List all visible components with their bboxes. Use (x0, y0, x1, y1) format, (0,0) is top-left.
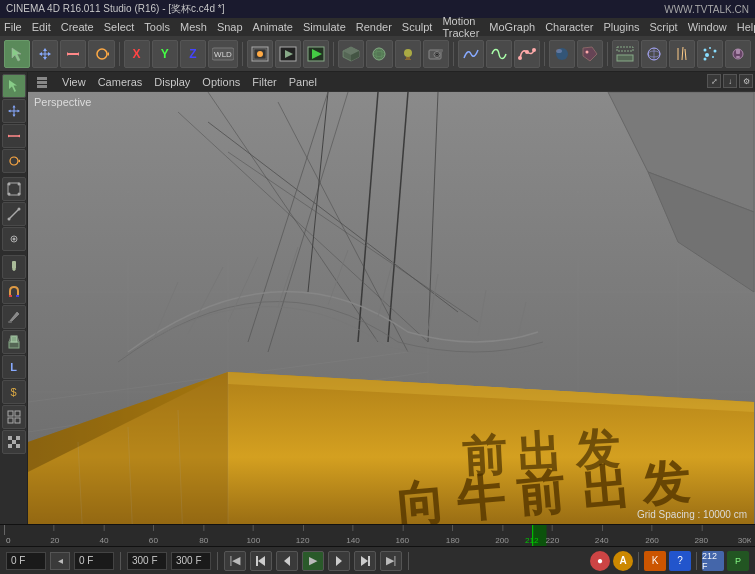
svg-point-30 (556, 49, 562, 53)
render-btn[interactable] (303, 40, 329, 68)
autokey-btn[interactable]: A (613, 551, 633, 571)
goto-start-btn[interactable]: |◀ (224, 551, 246, 571)
tag-btn[interactable] (577, 40, 603, 68)
left-brush-btn[interactable] (2, 255, 26, 279)
left-move-btn[interactable] (2, 99, 26, 123)
current-frame-field[interactable]: 0 F (6, 552, 46, 570)
menu-item-tools[interactable]: Tools (144, 21, 170, 33)
camera-obj-btn[interactable] (423, 40, 449, 68)
menu-item-plugins[interactable]: Plugins (603, 21, 639, 33)
next-keyframe-btn[interactable] (354, 551, 376, 571)
step-fwd-btn[interactable] (328, 551, 350, 571)
left-rotate-btn[interactable] (2, 149, 26, 173)
sphere-btn[interactable] (366, 40, 392, 68)
left-knife-btn[interactable] (2, 305, 26, 329)
orange-key-btn[interactable]: K (644, 551, 666, 571)
menu-item-script[interactable]: Script (650, 21, 678, 33)
record-btn[interactable]: ● (590, 551, 610, 571)
render-view-btn[interactable] (275, 40, 301, 68)
extra-btn[interactable] (725, 40, 751, 68)
step-back-btn[interactable] (276, 551, 298, 571)
svg-rect-82 (37, 77, 47, 80)
menu-item-motion tracker[interactable]: Motion Tracker (442, 15, 479, 39)
timeline-ruler[interactable]: 0 20 40 60 80 100 120 (4, 525, 751, 546)
vp-menu-filter[interactable]: Filter (252, 76, 276, 88)
left-poly-btn[interactable] (2, 177, 26, 201)
menu-item-mesh[interactable]: Mesh (180, 21, 207, 33)
z-label: Z (189, 47, 196, 61)
menu-item-animate[interactable]: Animate (253, 21, 293, 33)
deform-btn[interactable] (514, 40, 540, 68)
play-btn[interactable]: ▶ (302, 551, 324, 571)
left-magnet-btn[interactable] (2, 280, 26, 304)
timeline[interactable]: 0 20 40 60 80 100 120 (0, 524, 755, 546)
rotate-tool-btn[interactable] (88, 40, 114, 68)
svg-point-53 (10, 157, 18, 165)
menu-item-help[interactable]: Help (737, 21, 755, 33)
frame-step-down[interactable]: ◂ (50, 552, 70, 570)
menu-item-character[interactable]: Character (545, 21, 593, 33)
cube-btn[interactable] (338, 40, 364, 68)
vp-menu-panel[interactable]: Panel (289, 76, 317, 88)
goto-end-btn[interactable]: ▶| (380, 551, 402, 571)
menu-item-edit[interactable]: Edit (32, 21, 51, 33)
svg-rect-20 (406, 57, 410, 59)
vp-download-btn[interactable]: ↓ (723, 74, 737, 88)
menu-item-window[interactable]: Window (688, 21, 727, 33)
hair-btn[interactable] (669, 40, 695, 68)
svg-point-16 (373, 48, 385, 60)
svg-rect-163 (502, 525, 503, 531)
start-frame-field[interactable]: 0 F (74, 552, 114, 570)
max-frame-field[interactable]: 300 F (171, 552, 211, 570)
menu-item-simulate[interactable]: Simulate (303, 21, 346, 33)
menu-item-file[interactable]: File (4, 21, 22, 33)
svg-marker-52 (18, 135, 20, 138)
menu-item-create[interactable]: Create (61, 21, 94, 33)
viewport-menu-toggle[interactable] (34, 74, 50, 90)
left-dollar-btn[interactable]: $ (2, 380, 26, 404)
left-scale-btn[interactable] (2, 124, 26, 148)
particle-btn[interactable] (697, 40, 723, 68)
left-checker-btn[interactable] (2, 430, 26, 454)
vp-settings-btn[interactable]: ⚙ (739, 74, 753, 88)
world-axis-btn[interactable]: WLD (208, 40, 238, 68)
select-tool-btn[interactable] (4, 40, 30, 68)
left-edge-btn[interactable] (2, 202, 26, 226)
axis-z-btn[interactable]: Z (180, 40, 206, 68)
axis-x-btn[interactable]: X (124, 40, 150, 68)
end-frame-field[interactable]: 300 F (127, 552, 167, 570)
left-loop-btn[interactable]: L (2, 355, 26, 379)
vp-menu-view[interactable]: View (62, 76, 86, 88)
scale-tool-btn[interactable] (60, 40, 86, 68)
svg-rect-170 (602, 525, 603, 531)
prev-keyframe-btn[interactable] (250, 551, 272, 571)
menu-item-mograph[interactable]: MoGraph (489, 21, 535, 33)
light-btn[interactable] (395, 40, 421, 68)
menu-item-select[interactable]: Select (104, 21, 135, 33)
move-tool-btn[interactable] (32, 40, 58, 68)
menu-item-snap[interactable]: Snap (217, 21, 243, 33)
menu-item-render[interactable]: Render (356, 21, 392, 33)
left-select-btn[interactable] (2, 74, 26, 98)
menu-bar: FileEditCreateSelectToolsMeshSnapAnimate… (0, 18, 755, 36)
nurbs-btn[interactable] (486, 40, 512, 68)
svg-text:60: 60 (149, 536, 159, 545)
vp-menu-options[interactable]: Options (202, 76, 240, 88)
floor-btn[interactable] (612, 40, 638, 68)
menu-item-sculpt[interactable]: Sculpt (402, 21, 433, 33)
vp-menu-cameras[interactable]: Cameras (98, 76, 143, 88)
left-extrude-btn[interactable] (2, 330, 26, 354)
axis-y-btn[interactable]: Y (152, 40, 178, 68)
render-region-btn[interactable] (247, 40, 273, 68)
environment-btn[interactable] (641, 40, 667, 68)
left-vert-btn[interactable] (2, 227, 26, 251)
material-btn[interactable] (549, 40, 575, 68)
viewport[interactable]: View Cameras Display Options Filter Pane… (28, 72, 755, 524)
spline-btn[interactable] (458, 40, 484, 68)
x-label: X (133, 47, 141, 61)
green-status-btn[interactable]: P (727, 551, 749, 571)
vp-menu-display[interactable]: Display (154, 76, 190, 88)
vp-maximize-btn[interactable]: ⤢ (707, 74, 721, 88)
left-grid-btn[interactable] (2, 405, 26, 429)
blue-key-btn[interactable]: ? (669, 551, 691, 571)
